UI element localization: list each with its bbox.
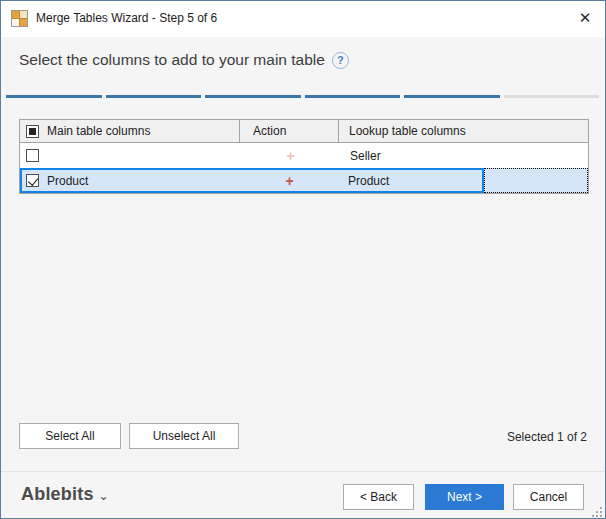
column-header-main: Main table columns (47, 124, 150, 138)
selection-box[interactable]: Product + Product (20, 168, 484, 193)
page-title: Select the columns to add to your main t… (19, 51, 325, 69)
table-header-row: Main table columns Action Lookup table c… (20, 120, 588, 143)
progress-segment (305, 95, 401, 98)
table-row-selected[interactable]: Product + Product (20, 168, 588, 193)
add-column-icon[interactable]: + (285, 174, 293, 188)
back-button[interactable]: < Back (343, 484, 414, 510)
progress-segment (205, 95, 301, 98)
next-button[interactable]: Next > (425, 484, 504, 510)
progress-segment (106, 95, 202, 98)
resize-grip[interactable] (592, 507, 602, 517)
selected-count-status: Selected 1 of 2 (507, 430, 587, 444)
main-column-value: Product (47, 174, 88, 188)
title-bar[interactable]: Merge Tables Wizard - Step 5 of 6 ✕ (1, 1, 605, 37)
focus-cell[interactable] (484, 168, 588, 193)
select-all-checkbox[interactable] (26, 125, 39, 138)
lookup-column-value: Product (348, 174, 389, 188)
columns-table: Main table columns Action Lookup table c… (19, 119, 589, 194)
cancel-button[interactable]: Cancel (513, 484, 584, 510)
chevron-down-icon: ⌄ (99, 489, 109, 503)
lookup-column-value: Seller (350, 149, 381, 163)
column-header-action: Action (253, 124, 286, 138)
table-row[interactable]: + Seller (20, 143, 588, 168)
progress-segment (404, 95, 500, 98)
help-icon[interactable]: ? (332, 52, 349, 69)
unselect-all-button[interactable]: Unselect All (129, 423, 239, 449)
progress-steps (6, 95, 599, 98)
row-checkbox[interactable] (26, 174, 39, 187)
progress-segment (504, 95, 600, 98)
add-column-icon[interactable]: + (286, 149, 294, 163)
brand-label: Ablebits (21, 484, 94, 505)
column-header-lookup: Lookup table columns (349, 124, 466, 138)
ablebits-brand-menu[interactable]: Ablebits ⌄ (21, 484, 109, 505)
select-all-button[interactable]: Select All (19, 423, 121, 449)
window-title: Merge Tables Wizard - Step 5 of 6 (36, 11, 217, 25)
footer: Ablebits ⌄ < Back Next > Cancel (1, 472, 605, 519)
merge-tables-wizard-dialog: Merge Tables Wizard - Step 5 of 6 ✕ Sele… (0, 0, 606, 519)
progress-segment (6, 95, 102, 98)
row-checkbox[interactable] (26, 149, 39, 162)
app-icon (11, 10, 28, 27)
close-icon[interactable]: ✕ (571, 5, 599, 31)
